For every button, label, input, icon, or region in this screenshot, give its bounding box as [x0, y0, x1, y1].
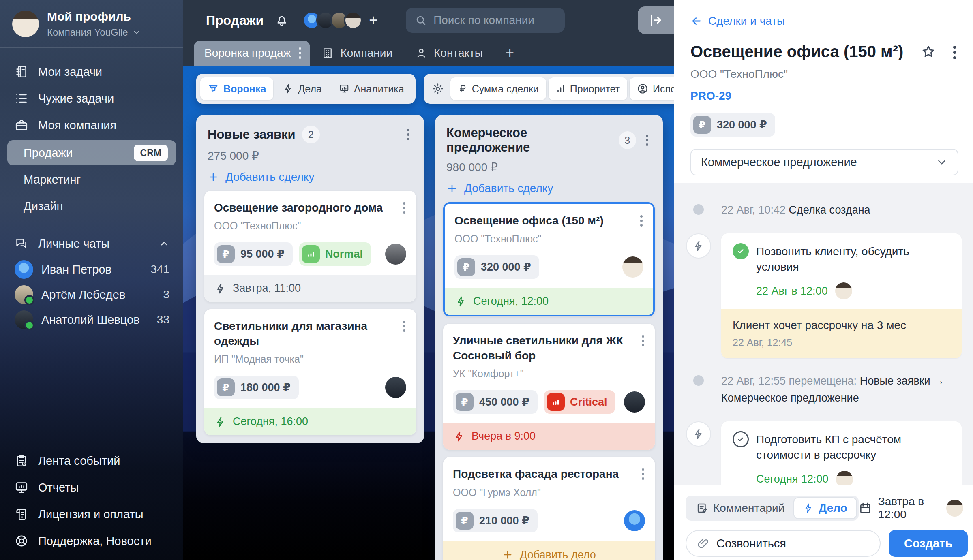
sidebar-item-my-company[interactable]: Моя компания	[0, 112, 183, 139]
priority-chip-critical[interactable]: Critical	[544, 390, 615, 414]
avatar[interactable]	[946, 500, 963, 517]
deal-card[interactable]: Светильники для магазина одежды ИП "Модн…	[204, 309, 416, 435]
column-title: Комерческое предложение	[446, 126, 612, 155]
chat-item-artem-lebedev[interactable]: Артём Лебедев 3	[0, 282, 183, 307]
activity-card[interactable]: Подготовить КП с расчётом стоимости в ра…	[721, 421, 962, 485]
collapse-panel-button[interactable]	[638, 6, 674, 34]
priority-chip-normal[interactable]: Normal	[299, 242, 371, 266]
deal-amount-chip[interactable]: ₽ 180 000 ₽	[214, 376, 299, 399]
card-menu-icon[interactable]	[402, 201, 406, 215]
avatar[interactable]	[344, 11, 362, 30]
back-to-deals-link[interactable]: Сделки и чаты	[690, 15, 785, 28]
sidebar-item-support[interactable]: Поддержка, Новости	[0, 528, 183, 554]
deal-card[interactable]: Уличные светильники для ЖК Сосновый бор …	[443, 324, 655, 450]
crm-badge: CRM	[134, 145, 168, 161]
sidebar-item-marketing[interactable]: Маркетинг	[7, 167, 176, 192]
chevron-down-icon[interactable]	[132, 28, 141, 37]
add-activity-button[interactable]: Добавить дело	[443, 541, 655, 560]
deal-amount-chip[interactable]: ₽ 95 000 ₽	[214, 242, 293, 266]
field-sum-button[interactable]: Сумма сделки	[450, 77, 546, 100]
due-label: Вчера в 9:00	[471, 430, 536, 442]
gear-icon[interactable]	[428, 83, 448, 95]
due-chip[interactable]: Сегодня, 12:00	[445, 288, 653, 315]
sidebar-item-label: Лицензия и оплаты	[38, 508, 144, 521]
tab-contacts[interactable]: Контакты	[404, 41, 494, 66]
star-icon[interactable]	[918, 42, 939, 62]
deal-card-selected[interactable]: Освещение офиса (150 м²) ООО "ТехноПлюс"…	[443, 202, 655, 316]
activity-card[interactable]: Позвонить клиенту, обсудить условия 22 А…	[721, 233, 962, 359]
top-bar: Продажи +	[183, 0, 674, 41]
due-chip[interactable]: Вчера в 9:00	[443, 423, 655, 450]
card-menu-icon[interactable]	[402, 319, 406, 333]
tab-label: Компании	[340, 47, 392, 60]
deal-menu-icon[interactable]	[951, 42, 958, 62]
column-sum: 275 000 ₽	[208, 149, 413, 162]
deal-amount-chip[interactable]: ₽ 450 000 ₽	[453, 390, 538, 414]
deal-amount-chip[interactable]: ₽ 210 000 ₽	[453, 509, 538, 532]
add-deal-button[interactable]: Добавить сделку	[208, 171, 413, 184]
column-menu-icon[interactable]	[404, 127, 413, 142]
personal-chats-header[interactable]: Личные чаты	[0, 230, 183, 257]
deal-activity-toggle-button[interactable]: Дело	[793, 497, 857, 519]
timeline-dot	[693, 204, 704, 215]
card-menu-icon[interactable]	[639, 214, 643, 228]
due-chip[interactable]: Завтра, 11:00	[204, 275, 416, 302]
column-menu-icon[interactable]	[643, 133, 652, 147]
add-deal-label: Добавить сделку	[464, 182, 553, 195]
create-button[interactable]: Создать	[889, 530, 968, 557]
chat-item-ivan-petrov[interactable]: Иван Петров 341	[0, 257, 183, 282]
chevron-down-icon	[936, 156, 948, 168]
activity-input[interactable]	[716, 537, 869, 550]
deal-card[interactable]: Освещение загородного дома ООО "ТехноПлю…	[204, 191, 416, 302]
sidebar-item-design[interactable]: Дизайн	[7, 194, 176, 219]
notifications-bell-icon[interactable]	[275, 13, 289, 27]
view-deals-button[interactable]: Дела	[276, 77, 329, 100]
plus-icon	[208, 171, 219, 183]
field-priority-button[interactable]: Приоритет	[549, 77, 627, 100]
field-assignee-button[interactable]: Исполнитель	[630, 77, 674, 100]
lightning-icon	[215, 283, 226, 294]
assignee-avatar[interactable]	[624, 391, 645, 413]
sidebar-item-license[interactable]: Лицензия и оплаты	[0, 501, 183, 528]
check-circle-icon[interactable]	[733, 243, 749, 259]
tab-sales-funnel[interactable]: Воронка продаж	[194, 41, 310, 66]
sidebar-item-others-tasks[interactable]: Чужие задачи	[0, 85, 183, 112]
assignee-avatar[interactable]	[385, 377, 406, 398]
deal-amount: 210 000 ₽	[479, 514, 529, 527]
deal-code[interactable]: PRO-29	[690, 90, 958, 103]
tab-add-button[interactable]: +	[494, 41, 525, 66]
search-input[interactable]	[433, 14, 580, 27]
person-circle-icon	[637, 83, 648, 94]
stage-dropdown[interactable]: Коммерческое предложение	[690, 149, 958, 175]
card-menu-icon[interactable]	[641, 467, 645, 481]
view-analytics-button[interactable]: Аналитика	[332, 77, 411, 100]
add-deal-button[interactable]: Добавить сделку	[446, 182, 652, 195]
paperclip-icon[interactable]	[697, 537, 710, 550]
company-search[interactable]	[406, 8, 565, 33]
chat-item-anatoly-shevtsov[interactable]: Анатолий Шевцов 33	[0, 307, 183, 332]
check-circle-outline-icon[interactable]	[733, 431, 749, 447]
profile-card[interactable]: Мой профиль Компания YouGile	[0, 0, 183, 47]
assignee-avatar[interactable]	[622, 256, 643, 278]
sidebar-item-sales[interactable]: Продажи CRM	[7, 140, 176, 165]
profile-avatar[interactable]	[12, 11, 39, 37]
deal-amount-chip[interactable]: ₽ 320 000 ₽	[690, 113, 775, 137]
due-chip[interactable]: Сегодня, 16:00	[204, 408, 416, 435]
plus-icon	[446, 183, 458, 194]
sidebar-item-reports[interactable]: Отчеты	[0, 474, 183, 501]
deal-card[interactable]: Подсветка фасада ресторана ООО "Гурмэ Хо…	[443, 457, 655, 560]
add-member-button[interactable]: +	[369, 12, 377, 29]
deal-amount-chip[interactable]: ₽ 320 000 ₽	[454, 255, 539, 279]
tab-companies[interactable]: Компании	[310, 41, 404, 66]
sidebar-item-my-tasks[interactable]: Мои задачи	[0, 58, 183, 85]
assignee-avatar[interactable]	[624, 510, 645, 531]
deal-amount: 180 000 ₽	[240, 381, 291, 394]
schedule-button[interactable]: Завтра в 12:00	[859, 495, 963, 521]
tab-menu-icon[interactable]	[299, 47, 301, 59]
card-menu-icon[interactable]	[641, 333, 645, 348]
comment-toggle-button[interactable]: Комментарий	[687, 497, 793, 519]
assignee-avatar[interactable]	[385, 244, 406, 265]
chevron-up-icon[interactable]	[159, 238, 169, 249]
view-funnel-button[interactable]: Воронка	[200, 77, 273, 100]
sidebar-item-event-feed[interactable]: Лента событий	[0, 447, 183, 474]
